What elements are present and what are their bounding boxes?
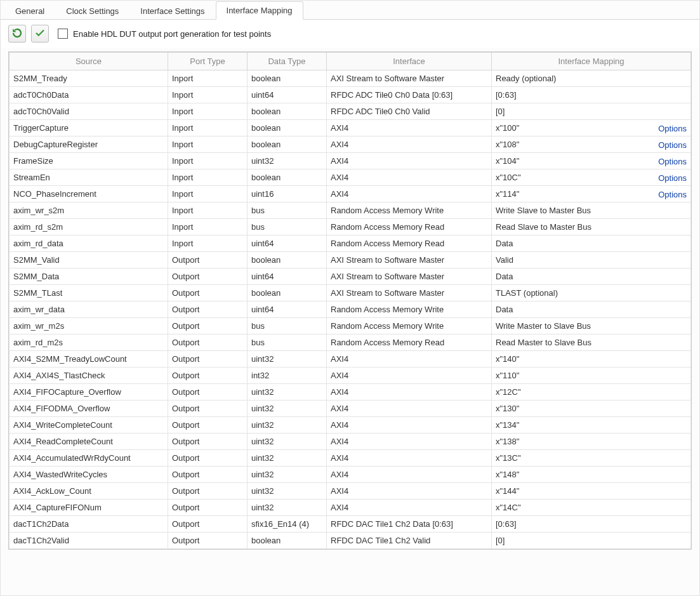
- col-port-type[interactable]: Port Type: [168, 53, 248, 70]
- cell-source[interactable]: dacT1Ch2Data: [10, 516, 168, 533]
- cell-port-type[interactable]: Inport: [168, 235, 248, 252]
- cell-interface-mapping[interactable]: x"14C": [492, 500, 691, 516]
- cell-port-type[interactable]: Outport: [168, 318, 248, 334]
- table-row[interactable]: S2MM_TreadyInportbooleanAXI Stream to So…: [10, 70, 691, 87]
- cell-interface-mapping[interactable]: Valid: [492, 252, 691, 268]
- cell-data-type[interactable]: boolean: [248, 285, 327, 301]
- cell-interface-mapping[interactable]: Write Master to Slave Bus: [492, 318, 691, 334]
- cell-data-type[interactable]: uint32: [248, 384, 327, 401]
- cell-source[interactable]: axim_rd_data: [10, 235, 168, 252]
- cell-interface-mapping[interactable]: x"134": [492, 417, 691, 434]
- cell-port-type[interactable]: Inport: [168, 136, 248, 153]
- cell-interface-mapping[interactable]: x"100"Options: [492, 120, 691, 136]
- cell-interface-mapping[interactable]: Data: [492, 235, 691, 252]
- cell-data-type[interactable]: bus: [248, 219, 327, 235]
- cell-port-type[interactable]: Inport: [168, 202, 248, 219]
- table-row[interactable]: DebugCaptureRegisterInportbooleanAXI4x"1…: [10, 136, 691, 153]
- table-row[interactable]: axim_rd_s2mInportbusRandom Access Memory…: [10, 219, 691, 235]
- cell-interface-mapping[interactable]: [0]: [492, 533, 691, 549]
- cell-port-type[interactable]: Outport: [168, 500, 248, 516]
- table-row[interactable]: TriggerCaptureInportbooleanAXI4x"100"Opt…: [10, 120, 691, 136]
- cell-interface[interactable]: AXI4: [327, 384, 492, 401]
- enable-hdl-checkbox-row[interactable]: Enable HDL DUT output port generation fo…: [58, 29, 271, 39]
- cell-interface[interactable]: AXI4: [327, 368, 492, 384]
- col-source[interactable]: Source: [10, 53, 168, 70]
- table-row[interactable]: adcT0Ch0ValidInportbooleanRFDC ADC Tile0…: [10, 103, 691, 120]
- cell-data-type[interactable]: uint32: [248, 450, 327, 467]
- cell-source[interactable]: S2MM_TLast: [10, 285, 168, 301]
- table-row[interactable]: dacT1Ch2DataOutportsfix16_En14 (4)RFDC D…: [10, 516, 691, 533]
- table-row[interactable]: AXI4_AccumulatedWrRdyCountOutportuint32A…: [10, 450, 691, 467]
- cell-port-type[interactable]: Outport: [168, 467, 248, 483]
- cell-source[interactable]: AXI4_AckLow_Count: [10, 483, 168, 500]
- cell-data-type[interactable]: boolean: [248, 533, 327, 549]
- cell-data-type[interactable]: boolean: [248, 136, 327, 153]
- cell-data-type[interactable]: boolean: [248, 120, 327, 136]
- cell-interface[interactable]: AXI4: [327, 483, 492, 500]
- cell-port-type[interactable]: Outport: [168, 368, 248, 384]
- cell-port-type[interactable]: Outport: [168, 252, 248, 268]
- cell-source[interactable]: StreamEn: [10, 169, 168, 186]
- cell-data-type[interactable]: uint64: [248, 87, 327, 103]
- cell-interface[interactable]: Random Access Memory Read: [327, 334, 492, 351]
- cell-data-type[interactable]: uint64: [248, 301, 327, 318]
- cell-interface-mapping[interactable]: [0]: [492, 103, 691, 120]
- cell-data-type[interactable]: uint32: [248, 434, 327, 450]
- cell-data-type[interactable]: uint32: [248, 401, 327, 417]
- cell-port-type[interactable]: Inport: [168, 153, 248, 169]
- cell-port-type[interactable]: Inport: [168, 186, 248, 202]
- col-data-type[interactable]: Data Type: [248, 53, 327, 70]
- cell-data-type[interactable]: uint64: [248, 235, 327, 252]
- cell-interface-mapping[interactable]: Data: [492, 301, 691, 318]
- table-row[interactable]: AXI4_WastedWriteCyclesOutportuint32AXI4x…: [10, 467, 691, 483]
- cell-data-type[interactable]: uint32: [248, 153, 327, 169]
- cell-data-type[interactable]: uint32: [248, 417, 327, 434]
- cell-source[interactable]: adcT0Ch0Valid: [10, 103, 168, 120]
- cell-interface[interactable]: AXI Stream to Software Master: [327, 268, 492, 285]
- cell-source[interactable]: AXI4_ReadCompleteCount: [10, 434, 168, 450]
- reload-button[interactable]: [8, 25, 26, 43]
- cell-source[interactable]: adcT0Ch0Data: [10, 87, 168, 103]
- cell-interface[interactable]: AXI4: [327, 417, 492, 434]
- options-link[interactable]: Options: [658, 173, 687, 182]
- cell-port-type[interactable]: Inport: [168, 169, 248, 186]
- cell-interface[interactable]: Random Access Memory Write: [327, 301, 492, 318]
- table-row[interactable]: adcT0Ch0DataInportuint64RFDC ADC Tile0 C…: [10, 87, 691, 103]
- cell-interface[interactable]: RFDC DAC Tile1 Ch2 Data [0:63]: [327, 516, 492, 533]
- options-link[interactable]: Options: [658, 140, 687, 149]
- cell-interface[interactable]: Random Access Memory Write: [327, 318, 492, 334]
- cell-data-type[interactable]: uint32: [248, 467, 327, 483]
- cell-port-type[interactable]: Inport: [168, 87, 248, 103]
- table-row[interactable]: AXI4_AckLow_CountOutportuint32AXI4x"144": [10, 483, 691, 500]
- cell-source[interactable]: AXI4_FIFODMA_Overflow: [10, 401, 168, 417]
- cell-data-type[interactable]: boolean: [248, 70, 327, 87]
- cell-interface-mapping[interactable]: Data: [492, 268, 691, 285]
- cell-source[interactable]: axim_rd_m2s: [10, 334, 168, 351]
- cell-interface[interactable]: AXI Stream to Software Master: [327, 252, 492, 268]
- cell-port-type[interactable]: Outport: [168, 268, 248, 285]
- cell-interface-mapping[interactable]: x"10C"Options: [492, 169, 691, 186]
- cell-source[interactable]: S2MM_Valid: [10, 252, 168, 268]
- table-row[interactable]: axim_wr_m2sOutportbusRandom Access Memor…: [10, 318, 691, 334]
- cell-data-type[interactable]: bus: [248, 202, 327, 219]
- table-row[interactable]: AXI4_S2MM_TreadyLowCountOutportuint32AXI…: [10, 351, 691, 368]
- cell-source[interactable]: DebugCaptureRegister: [10, 136, 168, 153]
- cell-interface-mapping[interactable]: x"140": [492, 351, 691, 368]
- cell-interface-mapping[interactable]: x"130": [492, 401, 691, 417]
- cell-data-type[interactable]: boolean: [248, 169, 327, 186]
- cell-data-type[interactable]: bus: [248, 318, 327, 334]
- cell-interface[interactable]: AXI4: [327, 153, 492, 169]
- cell-port-type[interactable]: Outport: [168, 351, 248, 368]
- cell-interface-mapping[interactable]: x"12C": [492, 384, 691, 401]
- cell-interface-mapping[interactable]: x"148": [492, 467, 691, 483]
- cell-port-type[interactable]: Inport: [168, 219, 248, 235]
- cell-port-type[interactable]: Outport: [168, 434, 248, 450]
- table-row[interactable]: AXI4_CaptureFIFONumOutportuint32AXI4x"14…: [10, 500, 691, 516]
- cell-port-type[interactable]: Outport: [168, 384, 248, 401]
- cell-port-type[interactable]: Inport: [168, 70, 248, 87]
- table-row[interactable]: axim_rd_dataInportuint64Random Access Me…: [10, 235, 691, 252]
- cell-data-type[interactable]: uint32: [248, 500, 327, 516]
- cell-port-type[interactable]: Outport: [168, 417, 248, 434]
- col-interface[interactable]: Interface: [327, 53, 492, 70]
- cell-interface[interactable]: RFDC DAC Tile1 Ch2 Valid: [327, 533, 492, 549]
